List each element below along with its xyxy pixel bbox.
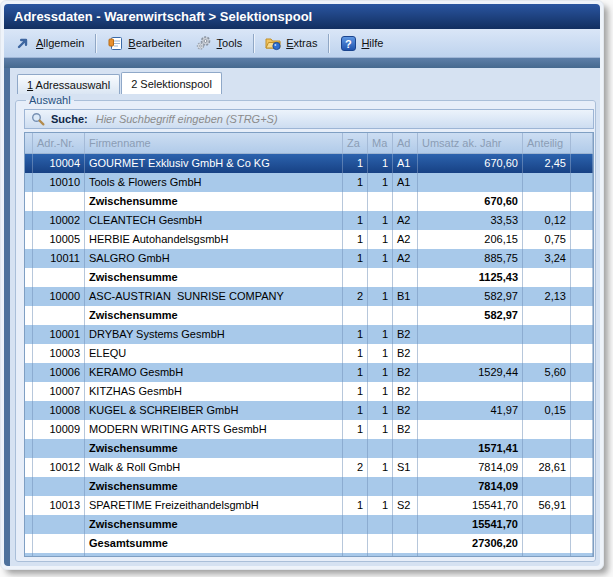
cell-umsatz: 670,60 [418,154,523,173]
cell-ma [368,268,393,287]
table-row[interactable]: 10003ELEQU11B2 [25,344,593,363]
table-row-subtotal[interactable]: Zwischensumme582,97 [25,306,593,325]
cell-ma [368,439,393,458]
bearbeiten-menu-button[interactable]: Bearbeiten [100,32,188,54]
table-row-subtotal[interactable]: Zwischensumme1571,41 [25,439,593,458]
cell-za: 1 [343,496,368,515]
cell-name: Zwischensumme [85,515,343,534]
cell-name: CLEANTECH GesmbH [85,211,343,230]
cell-umsatz [418,420,523,439]
table-row-total[interactable]: Gesamtsumme27306,20 [25,534,593,553]
cell-za [343,515,368,534]
tab-selektionspool[interactable]: 2 Selektionspool [121,72,222,94]
cell-name: Zwischensumme [85,192,343,211]
grid-header-gutter [25,133,33,153]
table-row[interactable]: 10009MODERN WRITING ARTS GesmbH11B2 [25,420,593,439]
cell-ma: 1 [368,420,393,439]
cell-ad: B2 [393,344,418,363]
table-row[interactable]: 10002CLEANTECH GesmbH11A233,530,12 [25,211,593,230]
gears-icon [196,35,212,51]
cell-za: 1 [343,401,368,420]
column-header-adrnr[interactable]: Adr.-Nr. [33,133,85,153]
cell-ma: 1 [368,382,393,401]
cell-ad [393,268,418,287]
cell-tail [571,230,593,249]
table-row[interactable]: 10011SALGRO GmbH11A2885,753,24 [25,249,593,268]
cell-za: 1 [343,154,368,173]
cell-za: 1 [343,230,368,249]
cell-adr: 10008 [33,401,85,420]
auswahl-groupbox: Auswahl Suche: Adr.-Nr. [15,94,596,562]
cell-ad: B2 [393,420,418,439]
column-header-ma[interactable]: Ma [368,133,393,153]
cell-gutter [25,306,33,325]
tools-menu-button[interactable]: Tools [189,32,250,54]
cell-anteilig [523,344,571,363]
column-header-anteilig[interactable]: Anteilig [523,133,571,153]
hilfe-menu-button[interactable]: ? Hilfe [333,32,390,54]
table-row[interactable]: 10006KERAMO GesmbH11B21529,445,60 [25,363,593,382]
cell-umsatz: 15541,70 [418,496,523,515]
help-icon: ? [340,35,356,51]
search-icon[interactable] [31,112,45,126]
cell-gutter [25,458,33,477]
cell-gutter [25,344,33,363]
cell-gutter [25,192,33,211]
cell-name: MODERN WRITING ARTS GesmbH [85,420,343,439]
cell-gutter [25,515,33,534]
cell-za [343,477,368,496]
cell-name: ELEQU [85,344,343,363]
cell-za: 1 [343,363,368,382]
cell-tail [571,420,593,439]
cell-name: Zwischensumme [85,477,343,496]
cell-ma: 1 [368,287,393,306]
cell-adr: 10009 [33,420,85,439]
cell-name: Zwischensumme [85,439,343,458]
tab-adressauswahl[interactable]: 1 Adressauswahl [17,74,120,94]
table-row[interactable]: 10007KITZHAS GesmbH11B2 [25,382,593,401]
cell-anteilig [523,534,571,553]
column-header-firmenname[interactable]: Firmenname [85,133,343,153]
cell-adr [33,268,85,287]
frame-band [4,58,600,68]
column-header-za[interactable]: Za [343,133,368,153]
table-row[interactable]: 10000ASC-AUSTRIAN SUNRISE COMPANY21B1582… [25,287,593,306]
column-header-umsatz[interactable]: Umsatz ak. Jahr [418,133,523,153]
cell-umsatz: 582,97 [418,306,523,325]
cell-adr: 10001 [33,325,85,344]
cell-tail [571,477,593,496]
table-row[interactable]: 10013SPARETIME FreizeithandelsgmbH11S215… [25,496,593,515]
table-row[interactable]: 10010Tools & Flowers GmbH11A1 [25,173,593,192]
table-row-subtotal[interactable]: Zwischensumme1125,43 [25,268,593,287]
groupbox-label: Auswahl [26,94,74,106]
cell-anteilig: 5,60 [523,363,571,382]
cell-anteilig [523,192,571,211]
cell-umsatz: 885,75 [418,249,523,268]
column-header-ad[interactable]: Ad [393,133,418,153]
table-row[interactable]: 10004GOURMET Exklusiv GmbH & Co KG11A167… [25,154,593,173]
extras-menu-button[interactable]: Extras [258,32,324,54]
cell-ad: B2 [393,363,418,382]
table-row[interactable]: 10012Walk & Roll GmbH21S17814,0928,61 [25,458,593,477]
table-row[interactable]: 10008KUGEL & SCHREIBER GmbH11B241,970,15 [25,401,593,420]
cell-umsatz: 1571,41 [418,439,523,458]
folder-icon [265,35,281,51]
cell-umsatz: 33,53 [418,211,523,230]
cell-ad: B2 [393,325,418,344]
table-row-empty[interactable] [25,553,593,557]
search-bar[interactable]: Suche: [24,109,594,129]
table-row-subtotal[interactable]: Zwischensumme670,60 [25,192,593,211]
table-row-subtotal[interactable]: Zwischensumme15541,70 [25,515,593,534]
cell-za [343,192,368,211]
table-row[interactable]: 10005HERBIE AutohandelsgsmbH11A2206,150,… [25,230,593,249]
clipboard-icon [107,35,123,51]
cell-anteilig [523,268,571,287]
search-input[interactable] [94,111,587,127]
table-row-subtotal[interactable]: Zwischensumme7814,09 [25,477,593,496]
table-row[interactable]: 10001DRYBAY Systems GesmbH11B2 [25,325,593,344]
cell-name: GOURMET Exklusiv GmbH & Co KG [85,154,343,173]
cell-ma: 1 [368,154,393,173]
cell-anteilig: 3,24 [523,249,571,268]
allgemein-menu-button[interactable]: Allgemein [8,32,91,54]
cell-umsatz: 1125,43 [418,268,523,287]
